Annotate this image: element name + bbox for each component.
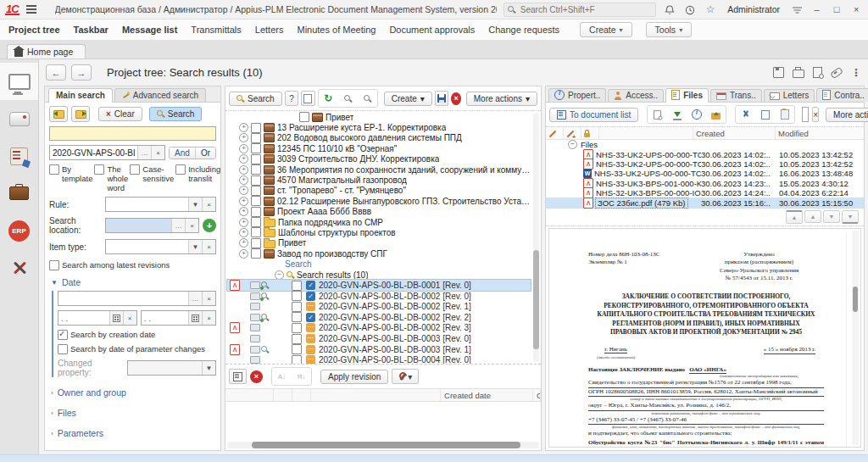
tree-search-button[interactable]: Search xyxy=(229,92,282,106)
expand-icon[interactable]: + xyxy=(239,144,248,153)
file-row[interactable]: ЗОС 23бис.pdf (479 Kb)30.06.2023 15:16:.… xyxy=(546,198,864,207)
copy-button[interactable] xyxy=(301,91,315,106)
checkbox-by-param-changes[interactable]: Search by date of parameter changes xyxy=(58,344,205,354)
search-result-row[interactable]: 2020-GVN-APS-00-BL-DB-0002 [Rev. 3] xyxy=(227,323,531,334)
collapse-icon[interactable]: − xyxy=(568,140,577,149)
expand-icon[interactable]: + xyxy=(239,165,248,175)
or-button[interactable]: Or xyxy=(196,148,215,159)
search-result-row[interactable]: 2020-GVN-APS-00-BL-DB-0001 [Rev. 0] xyxy=(227,280,531,291)
result-checkbox[interactable] xyxy=(292,302,302,312)
tools-menu-button[interactable]: Tools ▾ xyxy=(646,22,693,37)
expand-icon[interactable]: + xyxy=(239,154,248,164)
search-link[interactable]: Search xyxy=(285,259,312,269)
expand-icon[interactable]: + xyxy=(239,207,248,216)
calendar-icon[interactable] xyxy=(188,311,202,325)
item-type-combo[interactable]: ▼× xyxy=(105,239,216,254)
tree-item-checkbox[interactable] xyxy=(251,207,261,217)
combo-clear-icon[interactable]: × xyxy=(202,240,215,253)
section-date[interactable]: ▼Date xyxy=(51,277,214,287)
tree-item-checkbox[interactable] xyxy=(251,227,261,237)
column-created[interactable]: Created xyxy=(693,127,776,139)
column-created-date[interactable]: Created date xyxy=(441,389,533,401)
history-clock-icon[interactable] xyxy=(683,3,697,15)
section-desktop[interactable] xyxy=(0,63,38,100)
collapse-icon[interactable]: − xyxy=(275,270,284,280)
search-result-row[interactable]: 2020-GVN-APS-00-BL-DB-0002 [Rev. 2] xyxy=(227,312,531,323)
minimize-button[interactable]: – xyxy=(810,4,823,14)
combo-more-icon[interactable]: … xyxy=(171,219,185,232)
tree-item[interactable]: +Папка подрядчика по СМР xyxy=(227,217,531,227)
menu-item[interactable]: Change requests xyxy=(488,25,559,35)
quick-filter-input[interactable] xyxy=(49,126,216,141)
create-menu-button[interactable]: Create ▾ xyxy=(580,22,632,37)
collapse-tree-button[interactable] xyxy=(339,91,357,106)
files-more-actions-button[interactable]: More actions▾ xyxy=(826,108,868,122)
to-document-list-button[interactable]: To document list xyxy=(549,108,638,122)
menu-item[interactable]: Message list xyxy=(122,25,177,35)
combo-clear-icon[interactable]: × xyxy=(185,219,198,232)
section-erp[interactable]: ERP xyxy=(0,212,38,249)
load-search-condition-button[interactable] xyxy=(49,106,68,122)
tree-item-checkbox[interactable] xyxy=(251,217,261,227)
combo-clear-icon[interactable]: × xyxy=(202,292,215,305)
result-checkbox[interactable] xyxy=(292,281,302,291)
tree-item[interactable]: +02.12 Расширение Вынгапуровского ГПЗ. С… xyxy=(227,196,531,206)
result-checkbox[interactable] xyxy=(292,344,302,354)
move-first-icon[interactable]: ▲ xyxy=(786,210,803,224)
current-user[interactable]: Administrator xyxy=(727,4,780,14)
move-last-icon[interactable]: ▼ xyxy=(842,210,859,224)
section-transmittals[interactable]: ›Transmittals xyxy=(51,448,214,450)
remove-button[interactable]: × xyxy=(250,370,263,383)
expand-icon[interactable]: + xyxy=(239,238,248,248)
global-search-input-wrap[interactable] xyxy=(504,3,656,17)
tree-item-checkbox[interactable] xyxy=(251,196,261,206)
tree-item[interactable]: +4570 Магистральный газопровод xyxy=(227,175,531,185)
tree-item-checkbox[interactable] xyxy=(251,143,261,153)
column-lock[interactable] xyxy=(581,127,599,139)
column-state[interactable]: Состояние xyxy=(533,389,541,401)
tree-item[interactable]: +12345 ПС 110/10 кВ "Озерная" xyxy=(227,143,531,153)
expand-icon[interactable]: + xyxy=(239,123,248,132)
tab-propert[interactable]: Propert.. xyxy=(548,88,606,102)
sort-ascending-button[interactable]: А↓ xyxy=(273,369,291,384)
menu-item[interactable]: Taskbar xyxy=(74,25,108,35)
tree-item-checkbox[interactable] xyxy=(251,186,261,196)
link-icon[interactable] xyxy=(831,70,843,76)
tree-item[interactable]: +3039 Строительство ДНУ. Корректировка xyxy=(227,154,531,164)
result-checkbox[interactable] xyxy=(292,323,302,333)
tree-scrollbar-thumb[interactable] xyxy=(533,250,539,350)
column-name[interactable] xyxy=(599,127,693,139)
expand-icon[interactable]: + xyxy=(239,175,248,185)
date-to-input[interactable] xyxy=(142,311,188,325)
menu-item[interactable]: Transmittals xyxy=(191,25,242,35)
tools-dropdown-button[interactable]: ▾ xyxy=(392,369,419,384)
horizontal-scrollbar[interactable] xyxy=(227,442,539,448)
close-button[interactable]: × xyxy=(850,4,863,14)
preview-file-button[interactable] xyxy=(648,107,666,122)
help-button[interactable]: ? xyxy=(285,91,299,106)
rule-combo[interactable]: ▼× xyxy=(105,197,216,212)
expand-icon[interactable]: + xyxy=(239,218,248,227)
result-checkbox[interactable] xyxy=(292,334,302,344)
close-search-results-button[interactable]: × xyxy=(451,92,460,105)
combo-clear-icon[interactable]: × xyxy=(202,198,215,211)
save-tree-button[interactable] xyxy=(435,91,449,106)
menu-item[interactable]: Minutes of Meeting xyxy=(297,25,376,35)
list-view-button[interactable] xyxy=(229,369,247,384)
tree-item[interactable]: +Привет xyxy=(227,238,531,248)
tree-item[interactable]: +36 Мероприятия по сохранности зданий, с… xyxy=(227,164,531,175)
tree-item-checkbox[interactable] xyxy=(251,248,261,259)
paste-button[interactable] xyxy=(776,107,793,122)
combo-more-icon[interactable]: … xyxy=(188,292,202,305)
move-up-icon[interactable]: ▲ xyxy=(804,210,821,223)
move-down-icon[interactable]: ▼ xyxy=(823,210,840,223)
date-clear-icon[interactable]: × xyxy=(123,311,136,325)
files-search-input[interactable] xyxy=(803,110,808,120)
result-checkbox[interactable] xyxy=(292,291,302,301)
tab-access[interactable]: Access.. xyxy=(608,89,664,102)
section-device[interactable] xyxy=(0,100,38,137)
preview-green-icon[interactable] xyxy=(261,314,269,321)
expand-tree-button[interactable] xyxy=(359,91,376,106)
menu-item[interactable]: Document approvals xyxy=(389,25,475,35)
main-menu-icon[interactable] xyxy=(26,5,36,14)
